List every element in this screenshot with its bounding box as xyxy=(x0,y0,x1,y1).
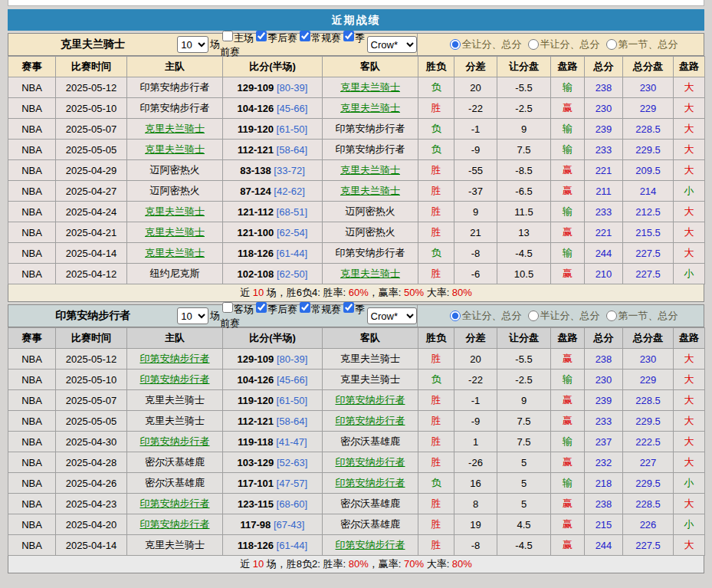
final-score: 119-120 xyxy=(238,395,274,406)
team-panel-cavaliers: 克里夫兰骑士 10 场 主场季后赛常规赛季前赛 Crow* 全让分、总分半让分、… xyxy=(8,33,704,302)
point-diff-cell: -26 xyxy=(454,452,497,473)
away-team-link[interactable]: 印第安纳步行者 xyxy=(336,456,405,468)
final-score: 87-124 xyxy=(240,186,271,197)
final-score: 121-112 xyxy=(238,206,274,218)
score-cell: 112-121 [58-64] xyxy=(223,140,323,160)
home-team-cell: 克里夫兰骑士 xyxy=(127,390,223,411)
date-cell: 2025-04-29 xyxy=(56,160,127,181)
filter-checkbox[interactable] xyxy=(222,31,233,41)
odds-type-radio[interactable] xyxy=(528,310,539,321)
home-team-link[interactable]: 克里夫兰骑士 xyxy=(145,226,205,238)
away-team-text: 克里夫兰骑士 xyxy=(340,373,400,385)
odds-type-radio[interactable] xyxy=(450,39,461,50)
odds-type-radio[interactable] xyxy=(528,39,539,50)
odds-type-radio[interactable] xyxy=(606,39,617,50)
away-team-link[interactable]: 印第安纳步行者 xyxy=(336,539,405,550)
checkbox-label: 常规赛 xyxy=(311,304,341,315)
away-team-link[interactable]: 印第安纳步行者 xyxy=(336,394,405,406)
handicap-result-cell: 输 xyxy=(551,370,585,390)
games-count-select[interactable]: 10 xyxy=(177,307,208,324)
filter-checkbox[interactable] xyxy=(256,31,267,41)
total-points-cell: 211 xyxy=(585,181,623,202)
final-score: 129-109 xyxy=(238,82,274,94)
away-team-link[interactable]: 克里夫兰骑士 xyxy=(340,185,400,196)
filter-checkbox[interactable] xyxy=(343,31,354,41)
over-under-cell: 大 xyxy=(674,222,705,243)
away-team-cell: 密尔沃基雄鹿 xyxy=(323,494,418,514)
home-team-cell: 印第安纳步行者 xyxy=(127,77,223,98)
games-count-select[interactable]: 10 xyxy=(177,36,208,53)
away-team-link[interactable]: 克里夫兰骑士 xyxy=(340,81,400,93)
over-under-cell: 大 xyxy=(674,243,705,264)
total-points-cell: 221 xyxy=(585,222,623,243)
total-line-cell: 229.5 xyxy=(623,473,674,494)
filter-checkbox[interactable] xyxy=(300,31,310,41)
home-team-link[interactable]: 印第安纳步行者 xyxy=(140,498,210,509)
away-team-link[interactable]: 克里夫兰骑士 xyxy=(340,102,400,113)
game-row: NBA2025-04-14克里夫兰骑士118-126 [61-44]印第安纳步行… xyxy=(8,243,705,264)
final-score: 118-126 xyxy=(238,540,274,551)
away-team-link[interactable]: 克里夫兰骑士 xyxy=(340,164,400,176)
date-cell: 2025-04-24 xyxy=(56,202,127,222)
total-line-cell: 228.5 xyxy=(623,390,674,411)
away-team-link[interactable]: 印第安纳步行者 xyxy=(336,477,405,488)
home-team-link[interactable]: 印第安纳步行者 xyxy=(140,373,210,385)
score-cell: 118-126 [61-44] xyxy=(223,243,323,264)
checkbox-label: 季后赛 xyxy=(267,304,297,315)
summary-stat-value: 80% xyxy=(349,558,369,570)
total-line-cell: 212.5 xyxy=(623,202,674,222)
league-cell: NBA xyxy=(8,370,56,390)
half-score: [58-64] xyxy=(277,144,307,156)
column-header: 主队 xyxy=(127,57,223,77)
filter-checkbox[interactable] xyxy=(300,302,310,313)
over-under-cell: 大 xyxy=(674,452,705,473)
games-suffix-label: 场 xyxy=(210,309,220,323)
league-cell: NBA xyxy=(8,535,56,556)
company-select[interactable]: Crow* xyxy=(367,36,417,53)
point-diff-cell: -9 xyxy=(454,140,497,160)
recent-games-table: 赛事比赛时间主队比分(半场)客队胜负分差让分盘盘路总分总分盘盘路 NBA2025… xyxy=(8,327,705,556)
column-header: 赛事 xyxy=(8,57,56,77)
win-loss-cell: 胜 xyxy=(418,432,454,452)
filter-checkbox[interactable] xyxy=(343,302,354,313)
total-line-cell: 228.5 xyxy=(623,119,674,140)
home-team-link[interactable]: 克里夫兰骑士 xyxy=(145,143,205,155)
away-team-cell: 克里夫兰骑士 xyxy=(323,160,418,181)
home-team-cell: 克里夫兰骑士 xyxy=(127,202,223,222)
record-summary: 近 10 场，胜6负4: 胜率: 60%，赢率: 50% 大率: 80% xyxy=(8,284,704,302)
total-points-cell: 230 xyxy=(585,370,623,390)
away-team-link[interactable]: 印第安纳步行者 xyxy=(336,415,405,426)
league-cell: NBA xyxy=(8,514,56,535)
column-header: 主队 xyxy=(127,328,223,349)
away-team-link[interactable]: 克里夫兰骑士 xyxy=(340,268,400,279)
final-score: 118-126 xyxy=(238,248,274,259)
date-cell: 2025-04-21 xyxy=(56,222,127,243)
score-cell: 103-129 [52-63] xyxy=(223,452,323,473)
home-team-text: 纽约尼克斯 xyxy=(150,268,200,279)
away-team-text: 密尔沃基雄鹿 xyxy=(340,435,400,447)
odds-type-radio[interactable] xyxy=(606,310,617,321)
column-header: 比赛时间 xyxy=(56,57,127,77)
home-team-link[interactable]: 克里夫兰骑士 xyxy=(145,205,205,217)
home-team-cell: 印第安纳步行者 xyxy=(127,514,223,535)
odds-type-radio[interactable] xyxy=(450,310,461,321)
summary-stat-value: 70% xyxy=(404,558,424,570)
away-team-text: 迈阿密热火 xyxy=(346,205,395,217)
over-under-cell: 大 xyxy=(674,390,705,411)
home-team-link[interactable]: 印第安纳步行者 xyxy=(140,353,210,364)
home-team-link[interactable]: 克里夫兰骑士 xyxy=(145,247,205,258)
summary-text: 场，胜8负2: 胜率: xyxy=(264,558,349,570)
game-row: NBA2025-04-26密尔沃基雄鹿117-101 [47-57]印第安纳步行… xyxy=(8,473,705,494)
home-team-link[interactable]: 印第安纳步行者 xyxy=(140,518,210,530)
company-select[interactable]: Crow* xyxy=(367,307,417,324)
total-points-cell: 210 xyxy=(585,264,623,284)
home-team-link[interactable]: 印第安纳步行者 xyxy=(140,435,210,447)
win-loss-cell: 胜 xyxy=(418,160,454,181)
half-score: [62-50] xyxy=(277,268,307,280)
filter-checkbox[interactable] xyxy=(222,302,233,313)
filter-checkbox[interactable] xyxy=(256,302,267,313)
total-line-cell: 214 xyxy=(623,181,674,202)
home-team-link[interactable]: 克里夫兰骑士 xyxy=(145,123,205,134)
win-loss-cell: 胜 xyxy=(418,202,454,222)
handicap-cell: 7.5 xyxy=(497,411,551,432)
